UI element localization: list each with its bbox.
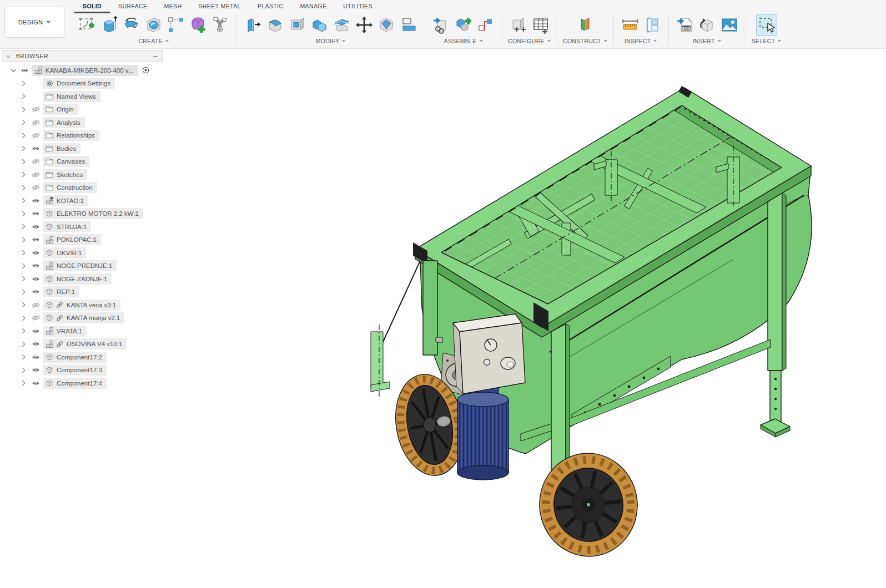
tree-item-construction[interactable]: Construction [2, 181, 163, 195]
pipe-button[interactable] [210, 14, 231, 36]
expand-chevron-icon[interactable] [22, 145, 27, 151]
shell-button[interactable] [287, 14, 308, 36]
insert-canvas-button[interactable] [719, 14, 740, 36]
tree-item-label[interactable]: KANTA manja v2:1 [67, 315, 120, 321]
tree-item-component17-4[interactable]: Component17:4 [2, 377, 163, 390]
tree-item-label[interactable]: NOGE ZADNJE:1 [57, 276, 107, 282]
joint-button[interactable] [453, 14, 474, 36]
design-workspace-dropdown[interactable]: DESIGN [4, 7, 64, 38]
tree-item-label[interactable]: Canvases [57, 158, 85, 165]
extrude-button[interactable] [99, 14, 120, 36]
visibility-off-icon[interactable] [31, 183, 41, 192]
tree-item-label[interactable]: POKLOPAC:1 [57, 236, 97, 243]
modify-group-label[interactable]: MODIFY [316, 38, 346, 44]
tree-item-component17-3[interactable]: Component17:3 [2, 364, 163, 377]
expand-chevron-icon[interactable] [22, 80, 27, 87]
visibility-off-icon[interactable] [31, 131, 41, 140]
tree-item-label[interactable]: OSOVINA V4 v10:1 [67, 341, 122, 347]
tree-item-vrata[interactable]: VRATA:1 [2, 325, 163, 338]
visibility-on-icon[interactable] [19, 66, 29, 75]
configure-group-label[interactable]: CONFIGURE [508, 38, 551, 44]
expand-chevron-icon[interactable] [22, 367, 27, 373]
expand-chevron-icon[interactable] [22, 171, 27, 178]
expand-chevron-icon[interactable] [22, 185, 27, 191]
expand-chevron-icon[interactable] [22, 315, 27, 321]
tree-item-label[interactable]: VRATA:1 [57, 328, 82, 334]
tree-item-relationships[interactable]: Relationships [2, 129, 163, 143]
construct-group-label[interactable]: CONSTRUCT [563, 38, 608, 44]
combine-button[interactable] [309, 14, 330, 36]
create-form-button[interactable] [188, 14, 209, 36]
tree-item-osovina[interactable]: OSOVINA V4 v10:1 [2, 338, 163, 351]
configuration-table-button[interactable] [530, 14, 551, 36]
hole-button[interactable] [143, 14, 164, 36]
visibility-on-icon[interactable] [31, 287, 41, 296]
tree-item-label[interactable]: Construction [57, 184, 93, 191]
expand-chevron-icon[interactable] [22, 250, 27, 256]
expand-chevron-icon[interactable] [22, 133, 27, 139]
select-group-label[interactable]: SELECT [752, 38, 782, 44]
tree-item-label[interactable]: Component17:3 [57, 367, 102, 373]
tree-item-label[interactable]: ELEKTRO MOTOR 2.2 kW:1 [57, 210, 139, 217]
tree-item-label[interactable]: Analysis [57, 119, 80, 126]
insert-svg-button[interactable]: SVG [674, 14, 696, 36]
expand-chevron-icon[interactable] [22, 263, 27, 269]
tree-item-label[interactable]: Origin [57, 106, 74, 113]
visibility-on-icon[interactable] [31, 275, 41, 283]
tree-item-origin[interactable]: Origin [2, 103, 163, 116]
tree-item-label[interactable]: Named Views [57, 93, 96, 100]
expand-chevron-icon[interactable] [22, 302, 27, 308]
select-button[interactable] [756, 14, 777, 36]
collapse-chevron-icon[interactable] [11, 68, 16, 73]
tree-item-label[interactable]: Sketches [57, 171, 83, 178]
visibility-on-icon[interactable] [31, 249, 41, 257]
visibility-on-icon[interactable] [31, 222, 41, 231]
move-copy-button[interactable] [354, 14, 375, 36]
visibility-on-icon[interactable] [31, 261, 41, 270]
tree-item-struja[interactable]: STRUJA:1 [2, 220, 163, 234]
tree-item-kanta-veca[interactable]: KANTA veca v3:1 [2, 298, 163, 312]
machine-control-box[interactable] [453, 314, 525, 394]
expand-chevron-icon[interactable] [22, 354, 27, 360]
expand-chevron-icon[interactable] [22, 328, 27, 334]
tree-item-kotao[interactable]: KOTAO:1 [2, 194, 163, 207]
visibility-off-icon[interactable] [31, 118, 41, 127]
visibility-on-icon[interactable] [31, 327, 41, 336]
tree-item-label[interactable]: KOTAO:1 [57, 197, 84, 204]
visibility-off-icon[interactable] [31, 105, 41, 114]
revolve-button[interactable] [121, 14, 142, 36]
tree-item-poklopac[interactable]: POKLOPAC:1 [2, 234, 163, 247]
measure-button[interactable] [620, 14, 641, 36]
visibility-on-icon[interactable] [31, 353, 41, 362]
tab-plastic[interactable]: PLASTIC [249, 1, 292, 13]
tree-item-noge-prednje[interactable]: NOGE PREDNJE:1 [2, 260, 163, 273]
visibility-on-icon[interactable] [31, 235, 41, 244]
construct-plane-button[interactable] [575, 14, 596, 36]
insert-derive-button[interactable] [697, 14, 718, 36]
fillet-button[interactable] [265, 14, 286, 36]
tree-item-bodies[interactable]: Bodies [2, 142, 163, 155]
mixer-machine-model[interactable] [371, 86, 812, 561]
visibility-on-icon[interactable] [31, 339, 41, 348]
insert-group-label[interactable]: INSERT [693, 38, 722, 44]
visibility-on-icon[interactable] [31, 366, 41, 374]
visibility-on-icon[interactable] [31, 379, 41, 388]
tree-item-canvases[interactable]: Canvases [2, 155, 163, 169]
as-built-joint-button[interactable] [475, 14, 496, 36]
visibility-off-icon[interactable] [31, 313, 41, 322]
tree-item-label[interactable]: OKVIR:1 [57, 250, 82, 256]
tree-item-label[interactable]: STRUJA:1 [57, 224, 87, 230]
tree-item-label[interactable]: KANABA-MIKSER-200-400 v... [46, 67, 133, 74]
tree-item-label[interactable]: Component17:2 [57, 354, 102, 361]
tab-solid[interactable]: SOLID [74, 1, 110, 13]
tree-item-label[interactable]: Bodies [57, 145, 76, 152]
tree-item-sketches[interactable]: Sketches [2, 168, 163, 181]
machine-door-lever[interactable] [371, 261, 420, 392]
expand-chevron-icon[interactable] [22, 211, 27, 217]
expand-chevron-icon[interactable] [22, 224, 27, 230]
tree-item-label[interactable]: REP:1 [57, 288, 75, 295]
tree-item-root[interactable]: KANABA-MIKSER-200-400 v... [2, 64, 163, 77]
machine-electric-motor[interactable] [457, 386, 509, 480]
expand-chevron-icon[interactable] [22, 159, 27, 165]
expand-chevron-icon[interactable] [22, 276, 27, 282]
